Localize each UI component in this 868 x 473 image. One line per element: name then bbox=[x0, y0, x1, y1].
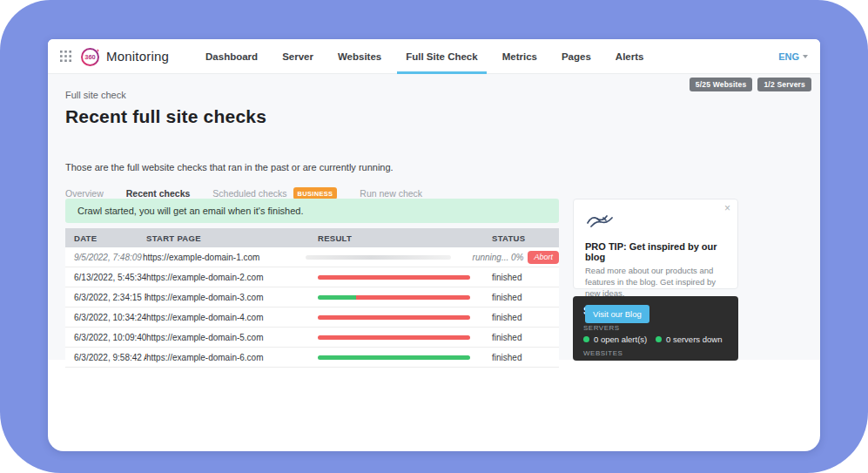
table-row: 6/3/2022, 9:58:42 AM https://example-dom… bbox=[65, 348, 559, 368]
recent-checks-table: DATE START PAGE RESULT STATUS 9/5/2022, … bbox=[65, 228, 559, 368]
result-progress-bar bbox=[318, 315, 470, 320]
result-progress-bar bbox=[306, 255, 450, 260]
page-head: Full site check Recent full site checks bbox=[65, 90, 266, 127]
language-label: ENG bbox=[778, 51, 799, 62]
alert-message: Crawl started, you will get an email whe… bbox=[77, 206, 304, 216]
usage-badges: 5/25 Websites 1/2 Servers bbox=[690, 78, 811, 91]
check-status: finished bbox=[492, 313, 521, 322]
brand-logo[interactable]: 360 Monitoring bbox=[80, 46, 169, 67]
check-date: 6/13/2022, 5:45:34 PM bbox=[65, 273, 146, 282]
handshake-icon bbox=[585, 210, 616, 234]
status-item: 0 open alert(s) bbox=[583, 360, 656, 361]
page-subtitle: Those are the full website checks that r… bbox=[65, 162, 394, 172]
breadcrumb: Full site check bbox=[65, 90, 266, 100]
col-header-start-page: START PAGE bbox=[146, 233, 318, 243]
protip-body: Read more about our products and feature… bbox=[585, 266, 727, 299]
check-status: running... 0% bbox=[473, 253, 524, 262]
col-header-status: STATUS bbox=[492, 233, 559, 243]
nav-right: ENG bbox=[778, 39, 808, 73]
result-progress-bar bbox=[318, 355, 470, 360]
col-header-date: DATE bbox=[65, 233, 146, 243]
check-date: 6/3/2022, 10:34:24 AM bbox=[65, 313, 146, 322]
protip-title: PRO TIP: Get inspired by our blog bbox=[585, 241, 727, 262]
nav-item-dashboard[interactable]: Dashboard bbox=[193, 39, 270, 73]
servers-usage-badge: 1/2 Servers bbox=[757, 78, 811, 91]
top-nav: 360 Monitoring Dashboard Server Websites… bbox=[48, 39, 820, 74]
close-icon[interactable]: × bbox=[724, 203, 730, 213]
col-header-result: RESULT bbox=[318, 233, 492, 243]
nav-item-metrics[interactable]: Metrics bbox=[490, 39, 549, 73]
nav-item-websites[interactable]: Websites bbox=[326, 39, 394, 73]
check-status: finished bbox=[492, 353, 521, 362]
table-row: 6/13/2022, 5:45:34 PM https://example-do… bbox=[65, 267, 559, 287]
result-progress-bar bbox=[318, 275, 470, 280]
status-item: 0 servers down bbox=[656, 334, 728, 344]
main-column: Crawl started, you will get an email whe… bbox=[65, 199, 559, 368]
abort-button[interactable]: Abort bbox=[528, 251, 559, 264]
app-grid-icon[interactable] bbox=[60, 51, 71, 62]
logo-360-icon: 360 bbox=[80, 46, 101, 67]
check-date: 9/5/2022, 7:48:09 AM bbox=[65, 253, 143, 262]
logo-text: Monitoring bbox=[106, 49, 169, 64]
nav-item-alerts[interactable]: Alerts bbox=[603, 39, 656, 73]
right-sidebar: × PRO TIP: Get inspired by our blog Read… bbox=[573, 199, 738, 361]
check-status: finished bbox=[492, 273, 521, 282]
check-start-page: https://example-domain-6.com bbox=[146, 353, 318, 362]
illustration-stage: 360 Monitoring Dashboard Server Websites… bbox=[0, 0, 868, 473]
crawl-started-alert: Crawl started, you will get an email whe… bbox=[65, 199, 559, 223]
visit-blog-button[interactable]: Visit our Blog bbox=[585, 305, 649, 323]
websites-usage-badge: 5/25 Websites bbox=[690, 78, 753, 91]
table-row: 6/3/2022, 10:34:24 AM https://example-do… bbox=[65, 307, 559, 328]
green-status-dot bbox=[583, 336, 589, 342]
green-status-dot bbox=[656, 336, 662, 342]
websites-section-label: WEBSITES bbox=[583, 349, 728, 357]
servers-status-row: 0 open alert(s) 0 servers down bbox=[583, 334, 728, 344]
status-item: 0 websites down bbox=[656, 360, 728, 361]
table-row: 9/5/2022, 7:48:09 AM https://example-dom… bbox=[65, 247, 559, 267]
content-area: 5/25 Websites 1/2 Servers Full site chec… bbox=[48, 74, 820, 360]
result-progress-bar bbox=[318, 335, 470, 340]
check-start-page: https://example-domain-1.com bbox=[143, 253, 306, 262]
check-date: 6/3/2022, 9:58:42 AM bbox=[65, 353, 146, 362]
result-progress-bar bbox=[318, 295, 470, 300]
table-header: DATE START PAGE RESULT STATUS bbox=[65, 228, 559, 247]
check-date: 6/3/2022, 2:34:15 PM bbox=[65, 293, 146, 302]
page-title: Recent full site checks bbox=[65, 106, 266, 127]
check-start-page: https://example-domain-5.com bbox=[146, 333, 318, 342]
table-row: 6/3/2022, 2:34:15 PM https://example-dom… bbox=[65, 287, 559, 307]
chevron-down-icon bbox=[803, 55, 808, 58]
nav-item-full-site-check[interactable]: Full Site Check bbox=[394, 39, 489, 73]
protip-card: × PRO TIP: Get inspired by our blog Read… bbox=[573, 199, 738, 289]
language-selector[interactable]: ENG bbox=[778, 51, 808, 62]
nav-item-server[interactable]: Server bbox=[270, 39, 326, 73]
app-window: 360 Monitoring Dashboard Server Websites… bbox=[48, 39, 820, 451]
status-item: 0 open alert(s) bbox=[583, 334, 656, 344]
table-row: 6/3/2022, 10:09:40 AM https://example-do… bbox=[65, 328, 559, 348]
check-status: finished bbox=[492, 293, 521, 302]
check-start-page: https://example-domain-4.com bbox=[146, 313, 318, 322]
nav-menu: Dashboard Server Websites Full Site Chec… bbox=[193, 39, 656, 73]
check-status: finished bbox=[492, 333, 521, 342]
business-badge: BUSINESS bbox=[293, 187, 338, 199]
servers-section-label: SERVERS bbox=[583, 324, 728, 332]
nav-item-pages[interactable]: Pages bbox=[549, 39, 603, 73]
svg-text:360: 360 bbox=[84, 53, 96, 61]
nav-left: 360 Monitoring bbox=[60, 39, 193, 73]
check-start-page: https://example-domain-2.com bbox=[146, 273, 318, 282]
check-start-page: https://example-domain-3.com bbox=[146, 293, 318, 302]
check-date: 6/3/2022, 10:09:40 AM bbox=[65, 333, 146, 342]
websites-status-row: 0 open alert(s) 0 websites down bbox=[583, 360, 728, 361]
